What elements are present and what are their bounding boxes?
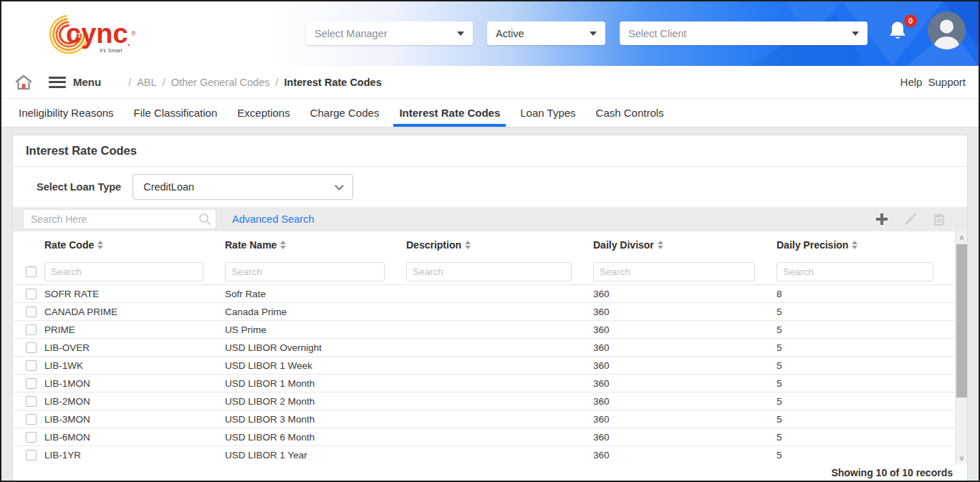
breadcrumb-item-abl[interactable]: ABL bbox=[137, 77, 156, 88]
table-header-row: Rate Code Rate Name Description Daily Di… bbox=[13, 231, 955, 259]
cell-rate-code: LIB-1MON bbox=[44, 378, 225, 389]
breadcrumb: / ABL / Other General Codes / Interest R… bbox=[123, 77, 382, 88]
section-tabs: Ineligibility Reasons File Classificatio… bbox=[1, 99, 979, 127]
tab-loan-types[interactable]: Loan Types bbox=[510, 99, 585, 127]
cell-daily-divisor: 360 bbox=[593, 289, 777, 299]
column-header-rate-name[interactable]: Rate Name bbox=[225, 239, 406, 251]
loan-type-label: Select Loan Type bbox=[37, 181, 121, 193]
filter-description-input[interactable] bbox=[406, 262, 572, 281]
scrollbar-thumb[interactable] bbox=[956, 244, 967, 397]
menu-button[interactable]: Menu bbox=[49, 76, 101, 88]
row-checkbox[interactable] bbox=[26, 307, 37, 317]
cell-rate-name: USD LIBOR 3 Month bbox=[225, 414, 406, 425]
svg-text:®: ® bbox=[131, 30, 136, 37]
table-row[interactable]: LIB-OVER USD LIBOR Overnight 360 5 bbox=[13, 338, 955, 356]
table-row[interactable]: SOFR RATE Sofr Rate 360 8 bbox=[13, 284, 955, 302]
column-header-rate-code[interactable]: Rate Code bbox=[44, 239, 225, 251]
tab-charge-codes[interactable]: Charge Codes bbox=[300, 99, 390, 127]
select-client-dropdown[interactable]: Select Client bbox=[620, 21, 868, 45]
row-checkbox[interactable] bbox=[26, 324, 37, 335]
table-row[interactable]: LIB-3MON USD LIBOR 3 Month 360 5 bbox=[13, 410, 955, 428]
tab-cash-controls[interactable]: Cash Controls bbox=[586, 99, 674, 127]
filter-daily-divisor-input[interactable] bbox=[593, 262, 755, 281]
delete-record-button[interactable] bbox=[931, 211, 947, 227]
cell-rate-name: US Prime bbox=[225, 324, 406, 335]
row-checkbox[interactable] bbox=[26, 360, 37, 371]
home-button[interactable] bbox=[14, 74, 33, 91]
filter-daily-precision-input[interactable] bbox=[777, 262, 933, 281]
breadcrumb-item-other-general-codes[interactable]: Other General Codes bbox=[171, 77, 270, 88]
select-all-checkbox[interactable] bbox=[26, 266, 37, 277]
breadcrumb-separator: / bbox=[128, 77, 131, 88]
table-row[interactable]: LIB-1YR USD LIBOR 1 Year 360 5 bbox=[13, 445, 955, 463]
column-header-daily-precision[interactable]: Daily Precision bbox=[777, 239, 955, 251]
column-header-description[interactable]: Description bbox=[406, 239, 593, 251]
cell-rate-name: USD LIBOR 1 Week bbox=[225, 360, 406, 371]
breadcrumb-bar: Menu / ABL / Other General Codes / Inter… bbox=[1, 66, 979, 99]
add-record-button[interactable] bbox=[874, 211, 890, 227]
row-checkbox[interactable] bbox=[26, 396, 37, 407]
vertical-scrollbar[interactable]: ∧ ∨ bbox=[955, 231, 967, 463]
page-title: Interest Rate Codes bbox=[26, 144, 137, 158]
cell-daily-precision: 8 bbox=[777, 289, 955, 299]
sort-icon bbox=[658, 241, 663, 249]
cell-daily-precision: 5 bbox=[777, 396, 955, 407]
cell-daily-divisor: 360 bbox=[593, 396, 777, 407]
cell-daily-precision: 5 bbox=[777, 414, 955, 425]
search-icon bbox=[198, 213, 211, 226]
menu-label: Menu bbox=[73, 76, 101, 88]
loan-type-dropdown[interactable]: CreditLoan bbox=[133, 174, 353, 200]
table-row[interactable]: LIB-1WK USD LIBOR 1 Week 360 5 bbox=[13, 356, 955, 374]
svg-text:.: . bbox=[128, 37, 130, 48]
status-dropdown[interactable]: Active bbox=[487, 21, 605, 45]
breadcrumb-separator: / bbox=[275, 77, 278, 88]
table-row[interactable]: LIB-6MON USD LIBOR 6 Month 360 5 bbox=[13, 428, 955, 445]
edit-record-button[interactable] bbox=[903, 211, 918, 227]
cync-logo[interactable]: cync . ® It's Smart bbox=[46, 9, 160, 59]
tab-exceptions[interactable]: Exceptions bbox=[227, 99, 299, 127]
cell-rate-code: LIB-OVER bbox=[44, 342, 225, 353]
filter-rate-name-input[interactable] bbox=[225, 262, 385, 281]
logo-tagline: It's Smart bbox=[100, 47, 123, 54]
notification-count-badge: 0 bbox=[904, 14, 917, 27]
advanced-search-link[interactable]: Advanced Search bbox=[232, 213, 314, 225]
user-avatar[interactable] bbox=[928, 11, 966, 49]
scroll-up-icon[interactable]: ∧ bbox=[956, 231, 968, 243]
interest-rate-codes-table: Rate Code Rate Name Description Daily Di… bbox=[13, 231, 967, 463]
page-background: Interest Rate Codes Select Loan Type Cre… bbox=[1, 127, 979, 481]
cell-daily-precision: 5 bbox=[777, 432, 955, 443]
pencil-icon bbox=[903, 212, 918, 226]
cell-rate-name: USD LIBOR 6 Month bbox=[225, 432, 406, 443]
row-checkbox[interactable] bbox=[26, 342, 37, 353]
scroll-down-icon[interactable]: ∨ bbox=[956, 452, 968, 463]
cell-rate-code: LIB-2MON bbox=[44, 396, 225, 407]
cell-rate-name: USD LIBOR 1 Year bbox=[225, 450, 406, 461]
home-icon bbox=[14, 74, 33, 91]
row-checkbox[interactable] bbox=[26, 289, 37, 299]
row-checkbox[interactable] bbox=[26, 378, 37, 389]
cell-daily-precision: 5 bbox=[777, 360, 955, 371]
support-link[interactable]: Support bbox=[928, 76, 966, 88]
row-checkbox[interactable] bbox=[26, 450, 37, 461]
table-row[interactable]: PRIME US Prime 360 5 bbox=[13, 320, 955, 338]
column-header-daily-divisor[interactable]: Daily Divisor bbox=[593, 239, 777, 251]
row-checkbox[interactable] bbox=[26, 432, 37, 443]
help-link[interactable]: Help bbox=[900, 76, 923, 88]
tab-file-classification[interactable]: File Classification bbox=[124, 99, 228, 127]
cell-daily-precision: 5 bbox=[777, 307, 955, 317]
search-input[interactable] bbox=[23, 209, 216, 229]
select-manager-dropdown[interactable]: Select Manager bbox=[306, 21, 473, 45]
row-checkbox[interactable] bbox=[26, 414, 37, 425]
table-toolbar: Advanced Search bbox=[13, 207, 967, 231]
filter-rate-code-input[interactable] bbox=[44, 262, 203, 281]
tab-interest-rate-codes[interactable]: Interest Rate Codes bbox=[389, 99, 510, 127]
table-row[interactable]: LIB-1MON USD LIBOR 1 Month 360 5 bbox=[13, 374, 955, 392]
cell-daily-divisor: 360 bbox=[593, 342, 777, 353]
cell-daily-precision: 5 bbox=[777, 324, 955, 335]
table-row[interactable]: CANADA PRIME Canada Prime 360 5 bbox=[13, 302, 955, 320]
table-row[interactable]: LIB-2MON USD LIBOR 2 Month 360 5 bbox=[13, 392, 955, 410]
app-window: cync . ® It's Smart Select Manager Activ… bbox=[0, 0, 980, 482]
tab-ineligibility-reasons[interactable]: Ineligibility Reasons bbox=[9, 99, 124, 127]
chevron-down-icon bbox=[457, 32, 464, 36]
notifications-button[interactable]: 0 bbox=[887, 20, 913, 46]
